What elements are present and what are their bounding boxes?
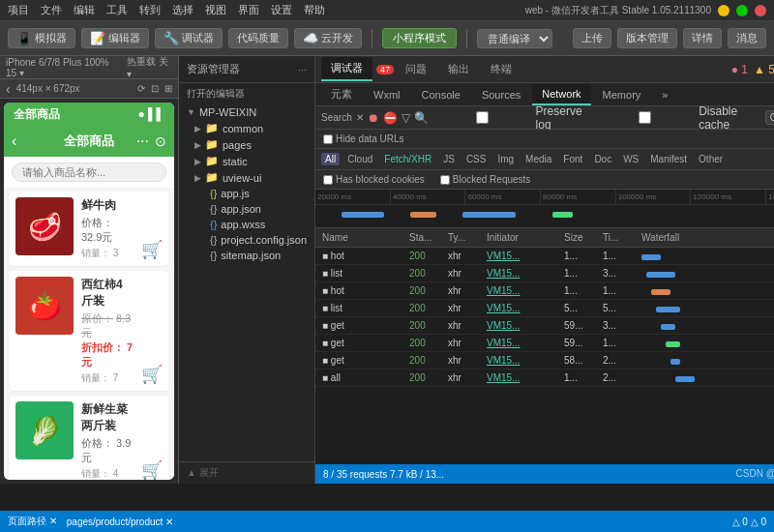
- table-row[interactable]: ■ hot 200 xhr VM15... 1... 1...: [315, 248, 774, 265]
- menu-item-interface[interactable]: 界面: [238, 3, 259, 17]
- filter-all[interactable]: All: [321, 153, 340, 165]
- debugger-btn[interactable]: 🔧 调试器: [155, 28, 223, 48]
- row-initiator[interactable]: VM15...: [484, 338, 561, 348]
- row-initiator[interactable]: VM15...: [484, 285, 561, 296]
- upload-btn[interactable]: 上传: [573, 28, 611, 48]
- cloud-dev-btn[interactable]: ☁️ 云开发: [294, 28, 362, 48]
- tree-item-appwxss[interactable]: {} app.wxss: [179, 217, 314, 232]
- sim-back-btn[interactable]: ‹: [6, 81, 11, 97]
- add-to-cart-button[interactable]: 🛒: [141, 364, 163, 385]
- blocked-requests-label[interactable]: Blocked Requests: [440, 174, 531, 185]
- tab-terminal[interactable]: 终端: [481, 58, 521, 80]
- filter-css[interactable]: CSS: [462, 153, 491, 165]
- menu-item-view[interactable]: 视图: [205, 3, 226, 17]
- tree-item-static[interactable]: ▶ 📁 static: [179, 153, 314, 169]
- filter-img[interactable]: Img: [493, 153, 518, 165]
- filter-js[interactable]: JS: [439, 153, 459, 165]
- tab-wxml[interactable]: Wxml: [364, 85, 410, 104]
- filetree-more-button[interactable]: ···: [298, 64, 307, 75]
- table-row[interactable]: ■ list 200 xhr VM15... 1... 3...: [315, 265, 774, 282]
- tab-memory[interactable]: Memory: [593, 85, 651, 104]
- phone-search-input[interactable]: [12, 163, 166, 182]
- row-initiator[interactable]: VM15...: [484, 251, 561, 261]
- filter-font[interactable]: Font: [559, 153, 586, 165]
- add-to-cart-button[interactable]: 🛒: [141, 459, 163, 480]
- preserve-log-checkbox[interactable]: [432, 111, 532, 124]
- disable-cache-checkbox[interactable]: [595, 111, 695, 124]
- hide-data-urls-label[interactable]: Hide data URLs: [323, 133, 404, 144]
- mini-mode-button[interactable]: 小程序模式: [382, 28, 457, 48]
- filter-btn[interactable]: ▽: [402, 111, 410, 125]
- blocked-cookies-checkbox[interactable]: [323, 175, 333, 185]
- tab-debugger[interactable]: 调试器: [321, 57, 372, 81]
- filter-manifest[interactable]: Manifest: [646, 153, 691, 165]
- tab-console[interactable]: Console: [412, 85, 470, 104]
- menu-item-help[interactable]: 帮助: [304, 3, 325, 17]
- tree-item-common[interactable]: ▶ 📁 common: [179, 120, 314, 136]
- filter-media[interactable]: Media: [521, 153, 555, 165]
- table-row[interactable]: ■ hot 200 xhr VM15... 1... 1...: [315, 282, 774, 300]
- table-row[interactable]: ■ get 200 xhr VM15... 59... 3...: [315, 317, 774, 335]
- search-close-btn[interactable]: ✕: [356, 112, 364, 123]
- table-row[interactable]: ■ list 200 xhr VM15... 5... 5...: [315, 300, 774, 317]
- tab-output[interactable]: 输出: [438, 58, 479, 80]
- hide-data-urls-checkbox[interactable]: [323, 134, 333, 144]
- row-initiator[interactable]: VM15...: [484, 355, 561, 366]
- details-btn[interactable]: 详情: [683, 28, 722, 48]
- window-minimize[interactable]: [718, 5, 729, 16]
- tree-item-sitemap[interactable]: {} sitemap.json: [179, 248, 314, 263]
- simulator-btn[interactable]: 📱 模拟器: [8, 28, 75, 48]
- version-mgr-btn[interactable]: 版本管理: [617, 28, 677, 48]
- menu-item-project[interactable]: 项目: [8, 3, 29, 17]
- tree-item-appjs[interactable]: {} app.js: [179, 186, 314, 201]
- filter-doc[interactable]: Doc: [590, 153, 615, 165]
- table-row[interactable]: ■ get 200 xhr VM15... 58... 2...: [315, 352, 774, 369]
- stop-btn[interactable]: ⛔: [383, 111, 398, 125]
- code-quality-btn[interactable]: 代码质量: [228, 28, 288, 48]
- tree-item-appjson[interactable]: {} app.json: [179, 201, 314, 217]
- messages-btn[interactable]: 消息: [728, 28, 766, 48]
- filter-ws[interactable]: WS: [619, 153, 642, 165]
- tree-item-projectconfig[interactable]: {} project.config.json: [179, 232, 314, 248]
- hot-reload-status[interactable]: 热重载 关 ▾: [127, 55, 172, 79]
- row-initiator[interactable]: VM15...: [484, 303, 561, 313]
- editor-btn[interactable]: 📝 编辑器: [81, 28, 149, 48]
- menu-item-select[interactable]: 选择: [172, 3, 194, 17]
- table-row[interactable]: ■ all 200 xhr VM15... 1... 2...: [315, 369, 774, 387]
- table-row[interactable]: ■ get 200 xhr VM15... 59... 1...: [315, 335, 774, 352]
- menu-item-edit[interactable]: 编辑: [74, 3, 95, 17]
- blocked-cookies-label[interactable]: Has blocked cookies: [323, 174, 425, 185]
- phone-scan-btn[interactable]: ⊙: [155, 133, 166, 149]
- window-close[interactable]: [755, 5, 766, 16]
- window-maximize[interactable]: [736, 5, 748, 16]
- tab-sources[interactable]: Sources: [472, 85, 530, 104]
- phone-back-button[interactable]: ‹: [12, 133, 16, 150]
- phone-more-button[interactable]: ···: [136, 133, 149, 150]
- filter-cloud[interactable]: Cloud: [343, 153, 376, 165]
- menu-item-settings[interactable]: 设置: [271, 3, 292, 17]
- row-initiator[interactable]: VM15...: [484, 372, 561, 383]
- tree-item-uview[interactable]: ▶ 📁 uview-ui: [179, 169, 314, 186]
- sim-refresh-btn[interactable]: ⟳: [137, 83, 145, 94]
- filter-other[interactable]: Other: [695, 153, 727, 165]
- sim-more-btn[interactable]: ⊞: [164, 83, 172, 94]
- statusbar-current-page[interactable]: pages/product/product ✕: [67, 517, 173, 527]
- statusbar-page-path-label[interactable]: 页面路径 ✕: [8, 515, 57, 528]
- menu-item-goto[interactable]: 转到: [139, 3, 161, 17]
- throttle-select[interactable]: Online ▾: [765, 110, 774, 125]
- blocked-requests-checkbox[interactable]: [440, 175, 450, 185]
- menu-item-file[interactable]: 文件: [41, 3, 62, 17]
- row-initiator[interactable]: VM15...: [484, 268, 561, 279]
- add-to-cart-button[interactable]: 🛒: [141, 239, 163, 260]
- tab-elements[interactable]: 元素: [321, 83, 362, 105]
- tree-item-pages[interactable]: ▶ 📁 pages: [179, 136, 314, 153]
- row-initiator[interactable]: VM15...: [484, 320, 561, 331]
- tab-more[interactable]: »: [652, 85, 677, 104]
- tab-network[interactable]: Network: [532, 84, 590, 105]
- record-btn[interactable]: ⏺: [368, 111, 379, 125]
- filter-xhr[interactable]: Fetch/XHR: [380, 153, 435, 165]
- sim-extra-btn[interactable]: ⊡: [151, 83, 159, 94]
- menu-item-tool[interactable]: 工具: [106, 3, 128, 17]
- compile-select[interactable]: 普通编译: [477, 29, 552, 48]
- tab-problems[interactable]: 问题: [396, 58, 436, 80]
